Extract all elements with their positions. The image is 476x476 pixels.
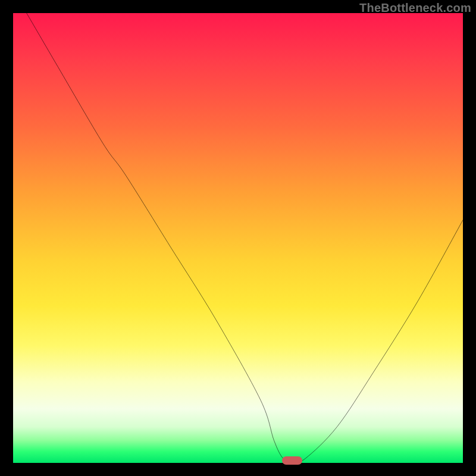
chart-frame: TheBottleneck.com [0,0,476,476]
attribution-text: TheBottleneck.com [359,1,471,15]
bottleneck-curve [13,13,463,463]
optimum-marker [282,456,302,465]
plot-area [13,13,463,463]
